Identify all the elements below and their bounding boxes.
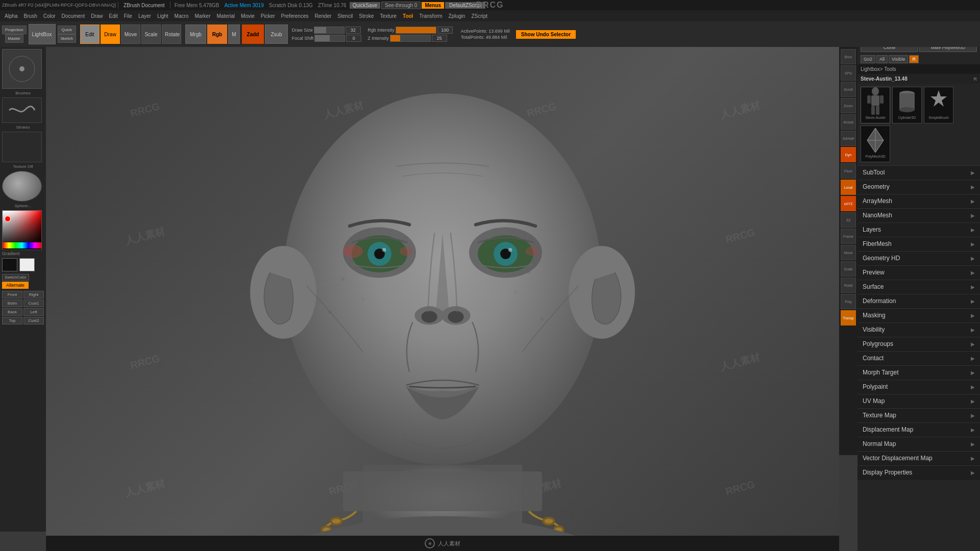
stroke-preview[interactable] (2, 97, 42, 123)
contact-header[interactable]: Contact ▶ (857, 351, 980, 365)
model-thumb-polymesh[interactable]: PolyMesh3D (861, 126, 890, 162)
menu-render[interactable]: Render (312, 13, 334, 19)
material-preview[interactable] (2, 171, 42, 202)
menu-color[interactable]: Color (41, 13, 58, 19)
lightbox-tools-label[interactable]: Lightbox> Tools (857, 64, 980, 74)
menu-light[interactable]: Light (155, 13, 171, 19)
model-thumb-cylinder[interactable]: Cylinder3D (892, 87, 922, 123)
arraymesh-header[interactable]: ArrayMesh ▶ (857, 194, 980, 208)
menu-macro[interactable]: Macro (172, 13, 191, 19)
go2-button[interactable]: Go2 (861, 55, 875, 63)
displayproperties-header[interactable]: Display Properties ▶ (857, 465, 980, 479)
model-thumb-humanoid[interactable]: Steve-Austin (861, 87, 890, 123)
menu-layer[interactable]: Layer (136, 13, 154, 19)
model-thumb-simplebrush[interactable]: SimpleBrush (924, 87, 953, 123)
rotate-icon-btn[interactable]: Rotat (841, 278, 856, 293)
menu-preferences[interactable]: Preferences (279, 13, 311, 19)
view-cust1[interactable]: Cust1 (23, 299, 44, 307)
rotate-button[interactable]: Rotate (162, 24, 181, 44)
menu-texture[interactable]: Texture (377, 13, 399, 19)
visibility-header[interactable]: Visibility ▶ (857, 322, 980, 336)
alternate-button[interactable]: Alternate (2, 282, 29, 289)
texture-preview[interactable] (2, 132, 42, 162)
mrgb-button[interactable]: Mrgb (185, 24, 206, 44)
switch-color-button[interactable]: SwitchColor (2, 274, 29, 281)
quicksave-button[interactable]: QuickSave (350, 2, 380, 9)
view-right[interactable]: Right (23, 291, 44, 298)
fibermesh-header[interactable]: FiberMesh ▶ (857, 237, 980, 251)
menu-material[interactable]: Material (214, 13, 238, 19)
zsub-button[interactable]: Zsub (265, 24, 287, 44)
polygroups-header[interactable]: Polygroups ▶ (857, 337, 980, 350)
deformation-header[interactable]: Deformation ▶ (857, 294, 980, 308)
document-label[interactable]: ZBrush Document (120, 3, 168, 8)
subtool-header[interactable]: SubTool ▶ (857, 165, 980, 179)
edit-button[interactable]: Edit (80, 24, 100, 44)
local-icon-btn[interactable]: Local (841, 180, 856, 195)
actual-icon-btn[interactable]: Actual (841, 114, 856, 130)
menu-file[interactable]: File (121, 13, 135, 19)
displacementmap-header[interactable]: Displacement Map ▶ (857, 422, 980, 436)
z-intensity-value[interactable]: 25 (432, 35, 447, 42)
aahalf-icon-btn[interactable]: AAHalf (841, 131, 856, 146)
view-back[interactable]: Back (2, 308, 22, 316)
rgb-intensity-value[interactable]: 100 (437, 27, 453, 34)
brush-preview[interactable] (2, 49, 42, 89)
menu-movie[interactable]: Movie (238, 13, 257, 19)
view-bottom[interactable]: Botm (2, 299, 22, 307)
z-intensity-slider[interactable] (390, 35, 431, 42)
move-button[interactable]: Move (121, 24, 140, 44)
menu-tool[interactable]: Tool (400, 13, 415, 19)
menu-transform[interactable]: Transform (416, 13, 445, 19)
frame-icon-btn[interactable]: Frame (841, 229, 856, 244)
menus-button[interactable]: Menus (422, 2, 444, 9)
brush-icon-btn[interactable]: Brus (841, 49, 856, 64)
transp-icon-btn[interactable]: Transp (841, 310, 856, 325)
all-button[interactable]: All (876, 55, 888, 63)
menu-zscript[interactable]: ZScript (469, 13, 490, 19)
surface-header[interactable]: Surface ▶ (857, 280, 980, 293)
black-swatch[interactable] (2, 258, 17, 271)
focal-shift-slider[interactable] (314, 35, 345, 42)
menu-draw[interactable]: Draw (88, 13, 105, 19)
scroll-icon-btn[interactable]: Scroll (841, 82, 856, 97)
scale-button[interactable]: Scale (141, 24, 161, 44)
nanomesh-header[interactable]: NanoMesh ▶ (857, 208, 980, 222)
lightbox-button[interactable]: LightBox (29, 24, 56, 44)
canvas-area[interactable]: RRCG 人人素材 RRCG 人人素材 人人素材 RRCG 人人素材 RRCG … (46, 47, 839, 551)
normalmap-header[interactable]: Normal Map ▶ (857, 437, 980, 450)
geometry-header[interactable]: Geometry ▶ (857, 180, 980, 193)
geometryhd-header[interactable]: Geometry HD ▶ (857, 251, 980, 265)
menu-stencil[interactable]: Stencil (335, 13, 355, 19)
sketch-button[interactable]: Sketch (58, 34, 76, 43)
focal-shift-value[interactable]: 0 (346, 35, 361, 42)
s2-icon-btn[interactable]: S2 (841, 212, 856, 228)
uvmap-header[interactable]: UV Map ▶ (857, 394, 980, 408)
spix-icon-btn[interactable]: SPix (841, 65, 856, 81)
view-front[interactable]: Front (2, 291, 22, 298)
view-left[interactable]: Left (23, 308, 44, 316)
draw-size-value[interactable]: 32 (346, 27, 361, 34)
polypaint-header[interactable]: Polypaint ▶ (857, 380, 980, 393)
preview-header[interactable]: Preview ▶ (857, 265, 980, 279)
zoom-icon-btn[interactable]: Zoom (841, 98, 856, 113)
menu-edit[interactable]: Edit (107, 13, 120, 19)
poly-icon-btn[interactable]: Poly (841, 294, 856, 309)
undo-selector-button[interactable]: Show Undo Selector (516, 30, 576, 39)
rgb-intensity-slider[interactable] (396, 27, 436, 34)
layers-header[interactable]: Layers ▶ (857, 222, 980, 236)
zadd-button[interactable]: Zadd (242, 24, 264, 44)
menu-zplugin[interactable]: Zplugin (446, 13, 468, 19)
projection-master-button[interactable]: Projection (2, 26, 27, 34)
menu-document[interactable]: Document (59, 13, 88, 19)
rgb-button[interactable]: Rgb (207, 24, 227, 44)
dynamic-icon-btn[interactable]: Dyn (841, 147, 856, 162)
projection-master-button2[interactable]: Master (5, 34, 23, 43)
draw-size-slider[interactable] (314, 27, 345, 34)
see-through-control[interactable]: See-through 0 (381, 2, 421, 9)
color-picker[interactable] (2, 210, 42, 250)
menu-brush[interactable]: Brush (21, 13, 40, 19)
menu-marker[interactable]: Marker (192, 13, 213, 19)
vectordisplacementmap-header[interactable]: Vector Displacement Map ▶ (857, 451, 980, 465)
morphtarget-header[interactable]: Morph Target ▶ (857, 365, 980, 379)
